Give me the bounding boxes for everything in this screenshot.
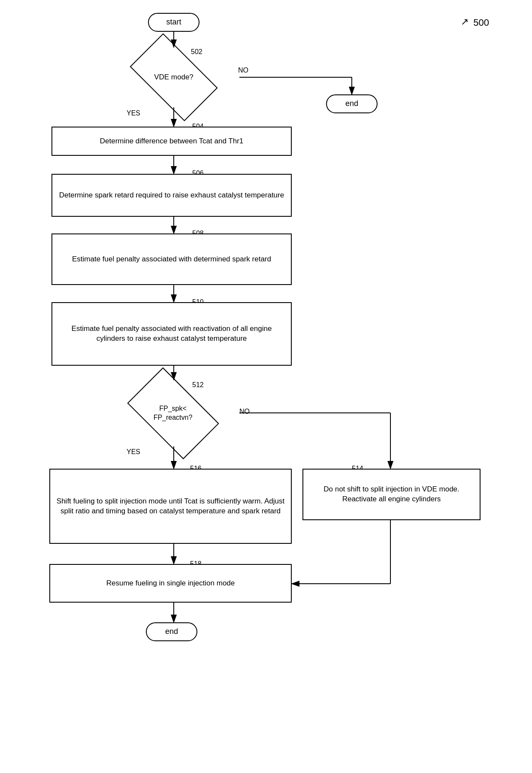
end-shape-bottom: end (146, 622, 197, 641)
step-518: Resume fueling in single injection mode (49, 564, 292, 603)
yes-label-502: YES (127, 109, 140, 117)
step-508: Estimate fuel penalty associated with de… (51, 233, 292, 285)
flowchart-diagram: 500 ↗ start 502 VDE mode? 504 Determine … (0, 0, 532, 773)
start-shape: start (148, 13, 200, 32)
step-506: Determine spark retard required to raise… (51, 174, 292, 217)
no-label-502: NO (238, 67, 248, 74)
no-label-512: NO (239, 408, 250, 415)
vde-mode-diamond: VDE mode? (120, 47, 227, 107)
figure-number: 500 (473, 17, 489, 28)
end-shape-top: end (326, 94, 378, 113)
arrows-svg (0, 0, 532, 773)
yes-label-512: YES (127, 448, 140, 456)
step-514: Do not shift to split injection in VDE m… (302, 469, 481, 520)
fig-arrow: ↗ (461, 16, 469, 27)
step-510: Estimate fuel penalty associated with re… (51, 302, 292, 366)
fp-compare-diamond: FP_spk< FP_reactvn? (119, 380, 227, 446)
step-504: Determine difference between Tcat and Th… (51, 127, 292, 156)
step-516: Shift fueling to split injection mode un… (49, 469, 292, 544)
